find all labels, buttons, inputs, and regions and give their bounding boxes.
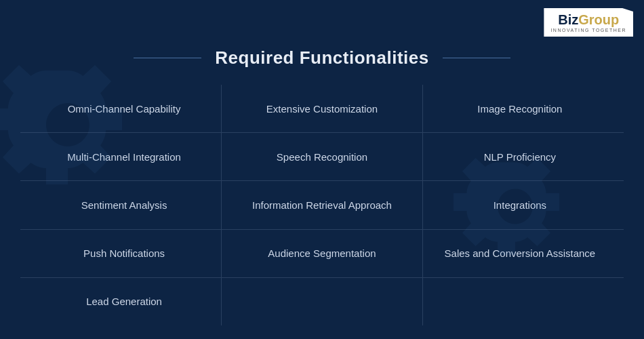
cell-r2-c2: Integrations — [422, 181, 624, 229]
table-row: Multi-Channel IntegrationSpeech Recognit… — [20, 133, 624, 181]
cell-r0-c0: Omni-Channel Capability — [20, 85, 222, 133]
logo-text: BizGroup — [558, 12, 619, 27]
cell-r1-c2: NLP Proficiency — [422, 133, 624, 181]
table-row: Omni-Channel CapabilityExtensive Customi… — [20, 85, 624, 133]
page-title: Required Functionalities — [215, 47, 428, 68]
functionalities-table-container: Omni-Channel CapabilityExtensive Customi… — [20, 85, 624, 325]
cell-r3-c2: Sales and Conversion Assistance — [422, 229, 624, 277]
logo-biz: Biz — [558, 12, 578, 27]
cell-r0-c2: Image Recognition — [422, 85, 624, 133]
title-line-right — [443, 58, 510, 59]
cell-r4-c0: Lead Generation — [20, 277, 222, 325]
logo-tagline: INNOVATING TOGETHER — [550, 28, 626, 33]
table-row: Sentiment AnalysisInformation Retrieval … — [20, 181, 624, 229]
cell-r1-c1: Speech Recognition — [222, 133, 423, 181]
title-line-left — [134, 58, 201, 59]
cell-r0-c1: Extensive Customization — [222, 85, 423, 133]
cell-r1-c0: Multi-Channel Integration — [20, 133, 222, 181]
cell-r3-c1: Audience Segmentation — [222, 229, 423, 277]
functionalities-table: Omni-Channel CapabilityExtensive Customi… — [20, 85, 624, 325]
title-row: Required Functionalities — [20, 47, 624, 68]
main-content: Required Functionalities Omni-Channel Ca… — [0, 0, 644, 339]
table-row: Push NotificationsAudience SegmentationS… — [20, 229, 624, 277]
cell-r4-c2 — [422, 277, 624, 325]
cell-r2-c0: Sentiment Analysis — [20, 181, 222, 229]
cell-r3-c0: Push Notifications — [20, 229, 222, 277]
cell-r4-c1 — [222, 277, 423, 325]
table-row: Lead Generation — [20, 277, 624, 325]
logo-group: Group — [578, 12, 619, 27]
cell-r2-c1: Information Retrieval Approach — [222, 181, 423, 229]
logo: BizGroup INNOVATING TOGETHER — [544, 8, 633, 37]
